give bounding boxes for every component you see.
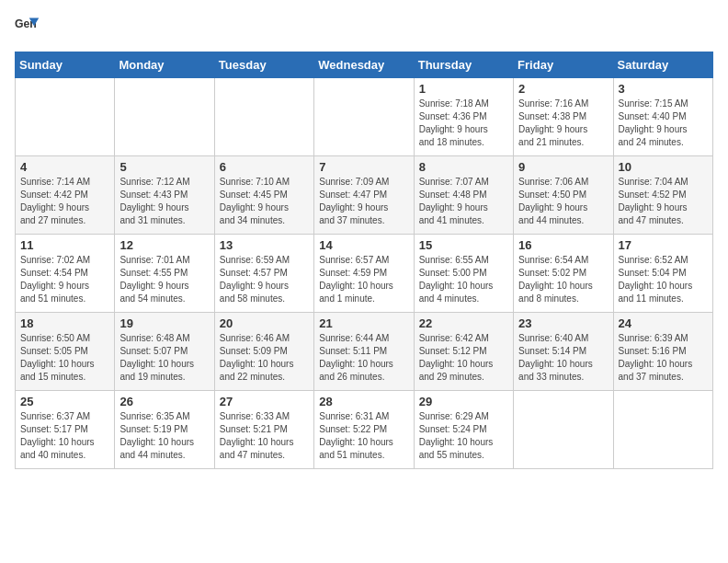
header-monday: Monday <box>115 52 214 78</box>
header-wednesday: Wednesday <box>314 52 414 78</box>
calendar-cell: 5Sunrise: 7:12 AM Sunset: 4:43 PM Daylig… <box>115 156 214 235</box>
calendar-cell: 29Sunrise: 6:29 AM Sunset: 5:24 PM Dayli… <box>414 391 513 469</box>
cell-day-number: 5 <box>119 160 209 174</box>
calendar-cell: 22Sunrise: 6:42 AM Sunset: 5:12 PM Dayli… <box>414 313 513 391</box>
cell-info: Sunrise: 7:07 AM Sunset: 4:48 PM Dayligh… <box>419 176 508 227</box>
cell-day-number: 11 <box>20 238 109 252</box>
calendar-cell: 8Sunrise: 7:07 AM Sunset: 4:48 PM Daylig… <box>414 156 513 235</box>
cell-day-number: 1 <box>419 82 508 96</box>
week-row-4: 18Sunrise: 6:50 AM Sunset: 5:05 PM Dayli… <box>16 313 713 391</box>
cell-day-number: 25 <box>20 395 109 408</box>
calendar-cell: 11Sunrise: 7:02 AM Sunset: 4:54 PM Dayli… <box>16 235 115 313</box>
cell-day-number: 10 <box>619 160 708 174</box>
cell-info: Sunrise: 7:10 AM Sunset: 4:45 PM Dayligh… <box>220 176 309 227</box>
cell-info: Sunrise: 7:04 AM Sunset: 4:52 PM Dayligh… <box>619 176 708 227</box>
cell-info: Sunrise: 6:44 AM Sunset: 5:11 PM Dayligh… <box>319 332 408 384</box>
calendar-cell <box>314 78 414 156</box>
calendar-cell: 28Sunrise: 6:31 AM Sunset: 5:22 PM Dayli… <box>314 391 414 469</box>
calendar-cell: 6Sunrise: 7:10 AM Sunset: 4:45 PM Daylig… <box>214 156 313 235</box>
cell-info: Sunrise: 6:35 AM Sunset: 5:19 PM Dayligh… <box>119 410 209 462</box>
cell-info: Sunrise: 6:39 AM Sunset: 5:16 PM Dayligh… <box>619 332 708 384</box>
header-friday: Friday <box>514 52 613 78</box>
header-thursday: Thursday <box>414 52 513 78</box>
logo: Gen <box>15 15 44 40</box>
cell-day-number: 15 <box>419 238 508 252</box>
cell-info: Sunrise: 6:31 AM Sunset: 5:22 PM Dayligh… <box>319 410 408 462</box>
calendar-cell <box>115 78 214 156</box>
calendar-cell: 15Sunrise: 6:55 AM Sunset: 5:00 PM Dayli… <box>414 235 513 313</box>
calendar-cell: 10Sunrise: 7:04 AM Sunset: 4:52 PM Dayli… <box>613 156 712 235</box>
cell-day-number: 28 <box>319 395 408 408</box>
cell-day-number: 3 <box>619 82 708 96</box>
calendar-cell: 23Sunrise: 6:40 AM Sunset: 5:14 PM Dayli… <box>514 313 613 391</box>
calendar-cell: 3Sunrise: 7:15 AM Sunset: 4:40 PM Daylig… <box>613 78 712 156</box>
cell-day-number: 14 <box>319 238 408 252</box>
calendar-cell: 26Sunrise: 6:35 AM Sunset: 5:19 PM Dayli… <box>115 391 214 469</box>
cell-info: Sunrise: 6:50 AM Sunset: 5:05 PM Dayligh… <box>20 332 109 384</box>
cell-day-number: 18 <box>20 316 109 330</box>
cell-day-number: 22 <box>419 316 508 330</box>
cell-info: Sunrise: 6:46 AM Sunset: 5:09 PM Dayligh… <box>220 332 309 384</box>
cell-day-number: 24 <box>619 316 708 330</box>
cell-day-number: 6 <box>220 160 309 174</box>
cell-info: Sunrise: 6:37 AM Sunset: 5:17 PM Dayligh… <box>20 410 109 462</box>
calendar-cell: 12Sunrise: 7:01 AM Sunset: 4:55 PM Dayli… <box>115 235 214 313</box>
cell-info: Sunrise: 7:18 AM Sunset: 4:36 PM Dayligh… <box>419 98 508 149</box>
cell-info: Sunrise: 7:06 AM Sunset: 4:50 PM Dayligh… <box>518 176 608 227</box>
cell-day-number: 13 <box>220 238 309 252</box>
cell-info: Sunrise: 7:14 AM Sunset: 4:42 PM Dayligh… <box>20 176 109 227</box>
cell-day-number: 27 <box>220 395 309 408</box>
calendar-cell: 17Sunrise: 6:52 AM Sunset: 5:04 PM Dayli… <box>613 235 712 313</box>
calendar-cell <box>613 391 712 469</box>
cell-info: Sunrise: 6:59 AM Sunset: 4:57 PM Dayligh… <box>220 254 309 305</box>
cell-day-number: 7 <box>319 160 408 174</box>
cell-day-number: 2 <box>518 82 608 96</box>
cell-day-number: 29 <box>419 395 508 408</box>
cell-day-number: 8 <box>419 160 508 174</box>
calendar-cell: 2Sunrise: 7:16 AM Sunset: 4:38 PM Daylig… <box>514 78 613 156</box>
cell-day-number: 12 <box>119 238 209 252</box>
calendar-cell <box>16 78 115 156</box>
cell-info: Sunrise: 7:12 AM Sunset: 4:43 PM Dayligh… <box>119 176 209 227</box>
calendar-cell: 19Sunrise: 6:48 AM Sunset: 5:07 PM Dayli… <box>115 313 214 391</box>
calendar-cell: 24Sunrise: 6:39 AM Sunset: 5:16 PM Dayli… <box>613 313 712 391</box>
calendar-cell: 25Sunrise: 6:37 AM Sunset: 5:17 PM Dayli… <box>16 391 115 469</box>
calendar-cell: 27Sunrise: 6:33 AM Sunset: 5:21 PM Dayli… <box>214 391 313 469</box>
calendar-cell: 21Sunrise: 6:44 AM Sunset: 5:11 PM Dayli… <box>314 313 414 391</box>
header-saturday: Saturday <box>613 52 712 78</box>
cell-day-number: 21 <box>319 316 408 330</box>
week-row-3: 11Sunrise: 7:02 AM Sunset: 4:54 PM Dayli… <box>16 235 713 313</box>
cell-info: Sunrise: 7:09 AM Sunset: 4:47 PM Dayligh… <box>319 176 408 227</box>
cell-info: Sunrise: 6:57 AM Sunset: 4:59 PM Dayligh… <box>319 254 408 305</box>
cell-info: Sunrise: 6:55 AM Sunset: 5:00 PM Dayligh… <box>419 254 508 305</box>
calendar-cell <box>214 78 313 156</box>
header-tuesday: Tuesday <box>214 52 313 78</box>
cell-day-number: 19 <box>119 316 209 330</box>
calendar-cell <box>514 391 613 469</box>
calendar-cell: 14Sunrise: 6:57 AM Sunset: 4:59 PM Dayli… <box>314 235 414 313</box>
cell-day-number: 17 <box>619 238 708 252</box>
calendar-cell: 7Sunrise: 7:09 AM Sunset: 4:47 PM Daylig… <box>314 156 414 235</box>
cell-info: Sunrise: 6:33 AM Sunset: 5:21 PM Dayligh… <box>220 410 309 462</box>
cell-info: Sunrise: 6:54 AM Sunset: 5:02 PM Dayligh… <box>518 254 608 305</box>
cell-day-number: 23 <box>518 316 608 330</box>
cell-info: Sunrise: 6:48 AM Sunset: 5:07 PM Dayligh… <box>119 332 209 384</box>
calendar-cell: 18Sunrise: 6:50 AM Sunset: 5:05 PM Dayli… <box>16 313 115 391</box>
calendar-table: SundayMondayTuesdayWednesdayThursdayFrid… <box>15 52 713 469</box>
cell-info: Sunrise: 7:15 AM Sunset: 4:40 PM Dayligh… <box>619 98 708 149</box>
logo-icon: Gen <box>15 15 40 40</box>
cell-info: Sunrise: 7:01 AM Sunset: 4:55 PM Dayligh… <box>119 254 209 305</box>
week-row-1: 1Sunrise: 7:18 AM Sunset: 4:36 PM Daylig… <box>16 78 713 156</box>
calendar-header-row: SundayMondayTuesdayWednesdayThursdayFrid… <box>16 52 713 78</box>
cell-info: Sunrise: 7:16 AM Sunset: 4:38 PM Dayligh… <box>518 98 608 149</box>
cell-info: Sunrise: 7:02 AM Sunset: 4:54 PM Dayligh… <box>20 254 109 305</box>
calendar-cell: 4Sunrise: 7:14 AM Sunset: 4:42 PM Daylig… <box>16 156 115 235</box>
cell-day-number: 4 <box>20 160 109 174</box>
calendar-cell: 13Sunrise: 6:59 AM Sunset: 4:57 PM Dayli… <box>214 235 313 313</box>
header-sunday: Sunday <box>16 52 115 78</box>
cell-day-number: 9 <box>518 160 608 174</box>
cell-info: Sunrise: 6:29 AM Sunset: 5:24 PM Dayligh… <box>419 410 508 462</box>
cell-day-number: 16 <box>518 238 608 252</box>
page-header: Gen <box>15 15 713 40</box>
calendar-cell: 9Sunrise: 7:06 AM Sunset: 4:50 PM Daylig… <box>514 156 613 235</box>
